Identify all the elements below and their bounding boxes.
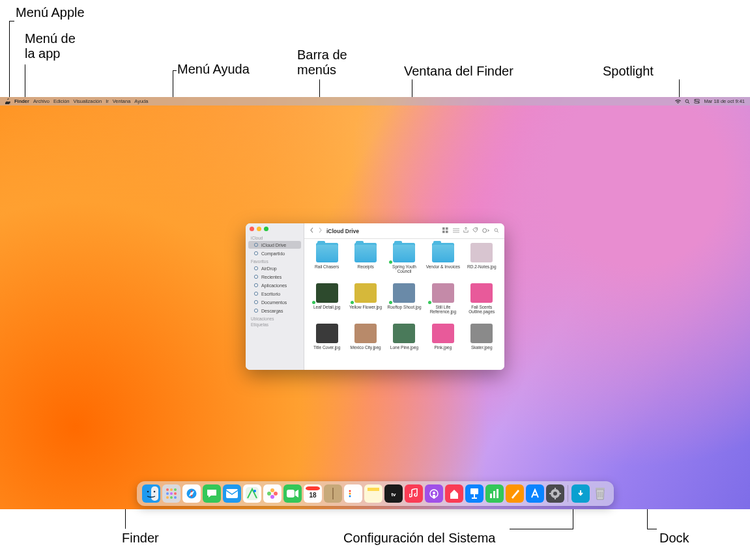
svg-text:tv: tv bbox=[391, 492, 396, 497]
file-label: Rail Chasers bbox=[315, 264, 339, 269]
svg-text:18: 18 bbox=[309, 492, 317, 499]
sidebar-item-documentos[interactable]: Documentos bbox=[248, 298, 301, 306]
dock-launchpad-icon[interactable] bbox=[162, 484, 180, 503]
dock-finder-icon[interactable] bbox=[142, 484, 160, 503]
svg-point-6 bbox=[254, 243, 257, 246]
tag-icon[interactable] bbox=[472, 227, 478, 234]
svg-point-29 bbox=[166, 488, 169, 491]
file-item[interactable]: Skater.jpeg bbox=[463, 324, 500, 361]
sidebar-header: iCloud bbox=[246, 234, 304, 240]
dock-downloads-icon[interactable] bbox=[571, 484, 590, 503]
file-item[interactable]: Rail Chasers bbox=[308, 243, 345, 281]
callout-help-menu: Menú Ayuda bbox=[177, 62, 250, 77]
svg-point-44 bbox=[253, 490, 256, 492]
svg-rect-55 bbox=[332, 488, 334, 499]
dock-podcasts-icon[interactable] bbox=[425, 484, 443, 503]
control-center-icon[interactable] bbox=[694, 99, 700, 104]
close-button[interactable] bbox=[250, 227, 254, 231]
svg-point-23 bbox=[495, 229, 498, 232]
app-menu[interactable]: Finder bbox=[14, 98, 29, 104]
file-item[interactable]: Spring Youth Council bbox=[386, 243, 423, 281]
dock-messages-icon[interactable] bbox=[203, 484, 221, 503]
menu-edicion[interactable]: Edición bbox=[53, 98, 70, 104]
minimize-button[interactable] bbox=[257, 227, 261, 231]
dock-numbers-icon[interactable] bbox=[485, 484, 504, 503]
menu-ayuda[interactable]: Ayuda bbox=[134, 98, 148, 104]
svg-rect-65 bbox=[470, 488, 478, 494]
file-item[interactable]: Leaf Detail.jpg bbox=[308, 283, 345, 321]
dock-calendar-icon[interactable]: 18 bbox=[304, 484, 322, 503]
back-button[interactable] bbox=[310, 227, 314, 234]
sidebar-item-label: iCloud Drive bbox=[261, 243, 286, 247]
menu-archivo[interactable]: Archivo bbox=[33, 98, 50, 104]
apple-menu-icon[interactable] bbox=[5, 98, 10, 104]
file-item[interactable]: Receipts bbox=[347, 243, 384, 281]
menu-bar: Finder Archivo Edición Visualización Ir … bbox=[0, 97, 750, 105]
group-icon[interactable] bbox=[453, 228, 459, 234]
sidebar-item-escritorio[interactable]: Escritorio bbox=[248, 290, 301, 298]
search-icon[interactable] bbox=[494, 228, 499, 234]
callout-finder-window: Ventana del Finder bbox=[404, 64, 513, 79]
sidebar-item-recientes[interactable]: Recientes bbox=[248, 273, 301, 281]
dock-trash-icon[interactable] bbox=[592, 484, 609, 503]
file-item[interactable]: Still Life Reference.jpg bbox=[424, 283, 461, 321]
file-item[interactable]: Vendor & Invoices bbox=[424, 243, 461, 281]
dock-maps-icon[interactable] bbox=[243, 484, 261, 503]
share-icon[interactable] bbox=[463, 227, 469, 234]
svg-point-3 bbox=[695, 100, 697, 101]
dock-mail-icon[interactable] bbox=[223, 484, 241, 503]
file-label: Still Life Reference.jpg bbox=[425, 305, 461, 314]
dock-safari-icon[interactable] bbox=[182, 484, 201, 503]
dock-news-icon[interactable] bbox=[445, 484, 463, 503]
file-item[interactable]: Rooftop Shoot.jpg bbox=[386, 283, 423, 321]
callout-app-menu: Menú de la app bbox=[25, 31, 76, 61]
dock-facetime-icon[interactable] bbox=[283, 484, 302, 503]
forward-button[interactable] bbox=[318, 227, 323, 234]
sidebar-item-aplicaciones[interactable]: Aplicaciones bbox=[248, 281, 301, 289]
dock-appstore-icon[interactable] bbox=[526, 484, 544, 503]
sidebar-item-airdrop[interactable]: AirDrop bbox=[248, 264, 301, 272]
view-icon-grid-icon[interactable] bbox=[442, 227, 449, 234]
file-item[interactable]: Pink.jpeg bbox=[424, 324, 461, 361]
svg-point-28 bbox=[153, 491, 155, 493]
spotlight-icon[interactable] bbox=[685, 99, 690, 104]
svg-point-22 bbox=[483, 229, 487, 232]
file-item[interactable]: Yellow Flower.jpg bbox=[347, 283, 384, 321]
file-item[interactable]: RD.2-Notes.jpg bbox=[463, 243, 500, 281]
dock-notes-icon[interactable] bbox=[364, 484, 382, 503]
file-item[interactable]: Mexico City.jpeg bbox=[347, 324, 384, 361]
callout-apple-menu: Menú Apple bbox=[16, 5, 85, 20]
svg-rect-17 bbox=[446, 231, 448, 233]
svg-line-1 bbox=[688, 102, 689, 104]
menu-ir[interactable]: Ir bbox=[106, 98, 109, 104]
file-item[interactable]: Lone Pine.jpeg bbox=[386, 324, 423, 361]
file-label: Leaf Detail.jpg bbox=[313, 305, 341, 309]
dock-keynote-icon[interactable] bbox=[465, 484, 483, 503]
dock-photos-icon[interactable] bbox=[263, 484, 281, 503]
sidebar-item-compartido[interactable]: Compartido bbox=[248, 249, 301, 257]
action-icon[interactable] bbox=[482, 228, 490, 234]
dock-system-settings-icon[interactable] bbox=[546, 484, 564, 503]
file-item[interactable]: Fall Scents Outline.pages bbox=[463, 283, 500, 321]
wifi-icon[interactable] bbox=[675, 99, 681, 104]
svg-rect-67 bbox=[472, 497, 477, 499]
file-label: Mexico City.jpeg bbox=[350, 345, 381, 350]
file-item[interactable]: Title Cover.jpg bbox=[308, 324, 345, 361]
svg-point-8 bbox=[254, 266, 257, 270]
sidebar-item-descargas[interactable]: Descargas bbox=[248, 307, 301, 315]
menu-ventana[interactable]: Ventana bbox=[113, 98, 131, 104]
file-label: Vendor & Invoices bbox=[426, 264, 460, 269]
sidebar-item-icloud-drive[interactable]: iCloud Drive bbox=[248, 241, 301, 249]
dock-contacts-icon[interactable] bbox=[324, 484, 342, 503]
dock-music-icon[interactable] bbox=[405, 484, 423, 503]
dock-reminders-icon[interactable] bbox=[344, 484, 362, 503]
dock-tv-icon[interactable]: tv bbox=[384, 484, 403, 503]
dock-pages-icon[interactable] bbox=[506, 484, 524, 503]
menu-visualizacion[interactable]: Visualización bbox=[74, 98, 102, 104]
svg-rect-68 bbox=[490, 494, 492, 498]
svg-point-27 bbox=[147, 491, 149, 493]
zoom-button[interactable] bbox=[264, 227, 268, 231]
menubar-datetime[interactable]: Mar 18 de oct 9:41 bbox=[704, 98, 745, 104]
sidebar-item-label: Compartido bbox=[261, 251, 285, 256]
sidebar-item-label: AirDrop bbox=[261, 266, 277, 271]
